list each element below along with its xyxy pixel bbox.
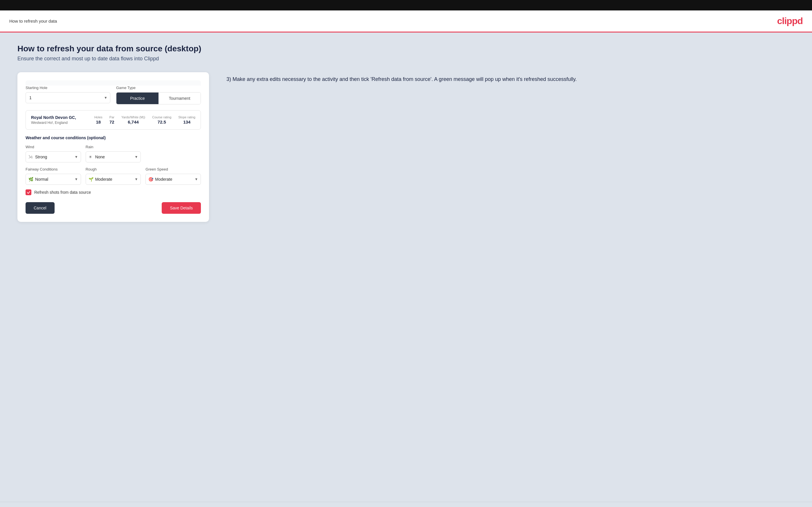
tournament-button[interactable]: Tournament	[158, 93, 201, 104]
starting-hole-group: Starting Hole 1 ▼	[26, 86, 110, 104]
fairway-select-wrapper: 🌿 Normal ▼	[26, 174, 81, 185]
refresh-checkbox-label: Refresh shots from data source	[34, 190, 91, 194]
game-type-label: Game Type	[116, 86, 201, 90]
rough-select[interactable]: Moderate	[86, 174, 141, 185]
top-bar	[0, 0, 812, 10]
refresh-checkbox[interactable]	[26, 189, 31, 195]
form-card: Starting Hole 1 ▼ Game Type Practice Tou…	[17, 72, 209, 222]
page-subtitle: Ensure the correct and most up to date d…	[17, 56, 795, 62]
green-speed-select[interactable]: Moderate	[145, 174, 201, 185]
wind-label: Wind	[26, 145, 81, 149]
save-button[interactable]: Save Details	[162, 202, 201, 214]
wind-select[interactable]: Strong	[26, 152, 81, 162]
row-starting-game: Starting Hole 1 ▼ Game Type Practice Tou…	[26, 86, 201, 104]
course-rating-value: 72.5	[152, 119, 171, 124]
weather-section-title: Weather and course conditions (optional)	[26, 135, 201, 140]
header: How to refresh your data clippd	[0, 10, 812, 33]
wind-group: Wind 🌬 Strong ▼	[26, 145, 81, 162]
starting-hole-select[interactable]: 1	[26, 92, 110, 103]
holes-value: 18	[94, 119, 102, 124]
rain-select[interactable]: None	[86, 152, 141, 162]
slope-rating-label: Slope rating	[178, 115, 195, 119]
yards-stat: Yards/White (M)) 6,744	[121, 115, 145, 124]
logo: clippd	[777, 16, 803, 26]
instructions-text: 3) Make any extra edits necessary to the…	[226, 75, 795, 83]
course-name: Royal North Devon GC,	[31, 115, 76, 120]
green-speed-select-wrapper: 🎯 Moderate ▼	[145, 174, 201, 185]
course-details: Royal North Devon GC, Westward Ho!, Engl…	[31, 115, 76, 125]
practice-button[interactable]: Practice	[116, 93, 158, 104]
content-area: Starting Hole 1 ▼ Game Type Practice Tou…	[17, 72, 795, 222]
green-speed-label: Green Speed	[145, 167, 201, 171]
fairway-label: Fairway Conditions	[26, 167, 81, 171]
breadcrumb: How to refresh your data	[9, 18, 57, 23]
holes-stat: Holes 18	[94, 115, 102, 124]
refresh-checkbox-row[interactable]: Refresh shots from data source	[26, 189, 201, 195]
fairway-rough-green-row: Fairway Conditions 🌿 Normal ▼ Rough 🌱	[26, 167, 201, 185]
rain-label: Rain	[86, 145, 141, 149]
course-rating-stat: Course rating 72.5	[152, 115, 171, 124]
cancel-button[interactable]: Cancel	[26, 202, 55, 214]
page-title: How to refresh your data from source (de…	[17, 44, 795, 53]
course-stats: Holes 18 Par 72 Yards/White (M)) 6,744 C…	[94, 115, 195, 124]
rough-group: Rough 🌱 Moderate ▼	[86, 167, 141, 185]
rain-select-wrapper: ☀ None ▼	[86, 152, 141, 162]
partial-card-top	[26, 80, 201, 86]
wind-rain-row: Wind 🌬 Strong ▼ Rain ☀ None	[26, 145, 201, 162]
starting-hole-label: Starting Hole	[26, 86, 110, 90]
form-actions: Cancel Save Details	[26, 202, 201, 214]
course-location: Westward Ho!, England	[31, 121, 76, 125]
instructions-panel: 3) Make any extra edits necessary to the…	[226, 72, 795, 83]
holes-label: Holes	[94, 115, 102, 119]
yards-label: Yards/White (M))	[121, 115, 145, 119]
footer: Copyright Clippd 2022	[0, 502, 812, 507]
fairway-group: Fairway Conditions 🌿 Normal ▼	[26, 167, 81, 185]
par-label: Par	[109, 115, 114, 119]
yards-value: 6,744	[121, 119, 145, 124]
par-value: 72	[109, 119, 114, 124]
rain-group: Rain ☀ None ▼	[86, 145, 141, 162]
wind-select-wrapper: 🌬 Strong ▼	[26, 152, 81, 162]
rough-select-wrapper: 🌱 Moderate ▼	[86, 174, 141, 185]
game-type-toggle: Practice Tournament	[116, 92, 201, 104]
course-rating-label: Course rating	[152, 115, 171, 119]
checkmark-icon	[27, 190, 31, 194]
green-speed-group: Green Speed 🎯 Moderate ▼	[145, 167, 201, 185]
starting-hole-select-wrapper: 1 ▼	[26, 92, 110, 103]
course-info-box: Royal North Devon GC, Westward Ho!, Engl…	[26, 110, 201, 130]
fairway-select[interactable]: Normal	[26, 174, 81, 185]
par-stat: Par 72	[109, 115, 114, 124]
slope-rating-value: 134	[178, 119, 195, 124]
main-content: How to refresh your data from source (de…	[0, 33, 812, 502]
slope-rating-stat: Slope rating 134	[178, 115, 195, 124]
rough-label: Rough	[86, 167, 141, 171]
game-type-group: Game Type Practice Tournament	[116, 86, 201, 104]
